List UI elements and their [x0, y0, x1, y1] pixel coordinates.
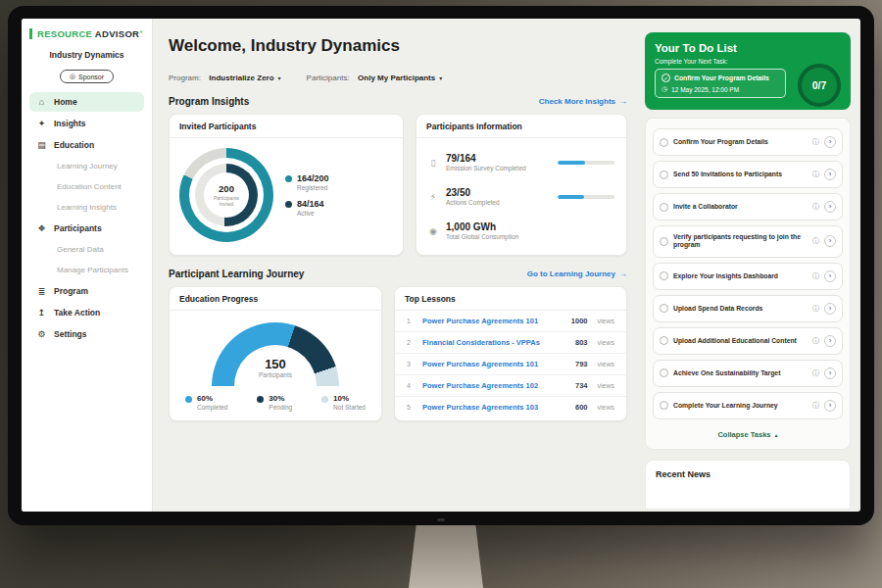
todo-progress-badge: 0/7 — [798, 64, 841, 107]
todo-progress-value: 0/7 — [812, 79, 827, 91]
task-checkbox[interactable] — [660, 138, 668, 147]
program-label: Program: — [169, 74, 201, 82]
sidebar-nav: ⌂ Home ✦ Insights ▤ Education Learning J… — [29, 92, 144, 344]
participants-select[interactable]: Only My Participants ▾ — [358, 74, 442, 82]
task-checkbox[interactable] — [660, 203, 668, 212]
task-checkbox[interactable] — [660, 171, 668, 179]
insights-cards-row: Invited Participants 200 Participants In… — [169, 114, 627, 256]
program-select[interactable]: Industrialize Zero ▾ — [209, 74, 280, 82]
stat-label: Actions Completed — [446, 199, 550, 206]
info-icon[interactable]: ⓘ — [812, 137, 819, 147]
info-icon[interactable]: ⓘ — [812, 271, 819, 281]
info-icon[interactable]: ⓘ — [812, 368, 819, 378]
task-item[interactable]: Complete Your Learning Journey ⓘ › — [653, 392, 843, 419]
task-checkbox[interactable] — [660, 368, 668, 377]
task-label: Invite a Collaborator — [673, 203, 808, 211]
filters-row: Program: Industrialize Zero ▾ Participan… — [169, 67, 627, 84]
task-item[interactable]: Achieve One Sustainability Target ⓘ › — [653, 360, 843, 387]
lesson-link[interactable]: Power Purchase Agreements 101 — [422, 317, 564, 325]
sidebar-item-learning-insights[interactable]: Learning Insights — [29, 198, 144, 217]
top-lessons-card: Top Lessons 1 Power Purchase Agreements … — [394, 286, 627, 421]
info-icon[interactable]: ⓘ — [812, 236, 819, 246]
lesson-views-count: 734 — [575, 381, 588, 390]
sidebar-item-education-content[interactable]: Education Content — [29, 177, 144, 196]
lesson-views-label: views — [597, 404, 614, 411]
progress-fill — [558, 161, 585, 165]
lesson-views-label: views — [597, 318, 614, 324]
arrow-right-icon: → — [619, 270, 627, 278]
lesson-link[interactable]: Financial Considerations - VPPAs — [422, 338, 567, 347]
task-checkbox[interactable] — [660, 304, 668, 313]
sidebar-item-participants[interactable]: ❖ Participants — [29, 219, 144, 238]
donut-ring-outer: 200 Participants Invited — [179, 148, 273, 242]
task-checkbox[interactable] — [660, 237, 668, 246]
participants-value: Only My Participants — [358, 74, 435, 82]
chevron-right-icon[interactable]: › — [824, 270, 836, 282]
monitor-logo-dot — [437, 518, 445, 521]
task-list: Confirm Your Program Details ⓘ › Send 50… — [645, 118, 851, 450]
sidebar-item-manage-participants[interactable]: Manage Participants — [29, 261, 144, 279]
sidebar-item-program[interactable]: ≣ Program — [29, 281, 144, 301]
chevron-right-icon[interactable]: › — [824, 303, 836, 315]
task-item[interactable]: Confirm Your Program Details ⓘ › — [653, 128, 843, 156]
chevron-right-icon[interactable]: › — [824, 400, 836, 412]
legend-label: Active — [297, 210, 324, 217]
info-icon[interactable]: ⓘ — [812, 336, 819, 346]
task-checkbox[interactable] — [660, 271, 668, 280]
task-item[interactable]: Upload Spend Data Records ⓘ › — [653, 295, 843, 322]
info-icon[interactable]: ⓘ — [812, 170, 819, 179]
donut-legend: 164/200 Registered 84/164 Active — [285, 166, 329, 224]
lesson-rank: 5 — [407, 404, 415, 411]
settings-gear-icon: ⚙ — [36, 329, 47, 339]
sidebar-item-settings[interactable]: ⚙ Settings — [29, 324, 144, 344]
nav-label: Participants — [54, 223, 102, 233]
legend-value: 60% — [197, 394, 227, 403]
nav-label: Take Action — [54, 308, 100, 318]
link-label: Go to Learning Journey — [527, 270, 615, 278]
chevron-right-icon[interactable]: › — [824, 136, 836, 148]
sidebar-item-learning-journey[interactable]: Learning Journey — [29, 157, 144, 175]
task-item[interactable]: Explore Your Insights Dashboard ⓘ › — [653, 263, 843, 290]
info-icon[interactable]: ⓘ — [812, 304, 819, 314]
section-title: Program Insights — [169, 96, 249, 107]
chevron-right-icon[interactable]: › — [824, 335, 836, 347]
nav-label: Manage Participants — [57, 266, 128, 274]
legend-value: 84/164 — [297, 199, 324, 209]
lesson-link[interactable]: Power Purchase Agreements 101 — [422, 360, 567, 368]
chevron-right-icon[interactable]: › — [824, 235, 836, 247]
program-insights-header: Program Insights Check More Insights → — [169, 96, 627, 107]
chevron-right-icon[interactable]: › — [824, 201, 836, 213]
sidebar-item-education[interactable]: ▤ Education — [29, 135, 144, 155]
task-item[interactable]: Invite a Collaborator ⓘ › — [653, 193, 843, 220]
task-item[interactable]: Verify participants requesting to join t… — [653, 225, 843, 258]
task-checkbox[interactable] — [660, 336, 668, 345]
legend-item-registered: 164/200 Registered — [285, 173, 329, 191]
link-label: Check More Insights — [539, 97, 615, 106]
arrow-right-icon: → — [619, 97, 627, 106]
lesson-views-count: 600 — [575, 403, 588, 412]
sponsor-badge: ◎ Sponsor — [60, 70, 114, 83]
collapse-tasks-button[interactable]: Collapse Tasks ▴ — [653, 424, 843, 447]
legend-label: Not Started — [333, 404, 366, 411]
lesson-views-label: views — [597, 382, 614, 389]
next-task-box[interactable]: ✓ Confirm Your Program Details ◷ 12 May … — [655, 69, 786, 98]
task-item[interactable]: Send 50 Invitations to Participants ⓘ › — [653, 161, 843, 188]
sidebar-item-take-action[interactable]: ↥ Take Action — [29, 303, 144, 322]
chevron-right-icon[interactable]: › — [824, 368, 836, 379]
go-to-learning-journey-link[interactable]: Go to Learning Journey → — [527, 270, 627, 278]
lesson-rank: 4 — [407, 382, 415, 389]
task-item[interactable]: Upload Additional Educational Content ⓘ … — [653, 327, 843, 355]
lesson-link[interactable]: Power Purchase Agreements 102 — [422, 381, 567, 390]
sidebar-item-home[interactable]: ⌂ Home — [29, 92, 144, 112]
invited-card-body: 200 Participants Invited — [170, 138, 403, 254]
actions-icon: ⚡ — [428, 192, 438, 202]
info-icon[interactable]: ⓘ — [812, 202, 819, 212]
chevron-right-icon[interactable]: › — [824, 169, 836, 180]
sidebar-item-insights[interactable]: ✦ Insights — [29, 114, 144, 133]
lesson-link[interactable]: Power Purchase Agreements 103 — [422, 403, 567, 412]
task-checkbox[interactable] — [660, 401, 668, 410]
info-icon[interactable]: ⓘ — [812, 401, 819, 411]
check-more-insights-link[interactable]: Check More Insights → — [539, 97, 627, 106]
sidebar-item-general-data[interactable]: General Data — [29, 240, 144, 259]
lesson-views-label: views — [597, 361, 614, 368]
